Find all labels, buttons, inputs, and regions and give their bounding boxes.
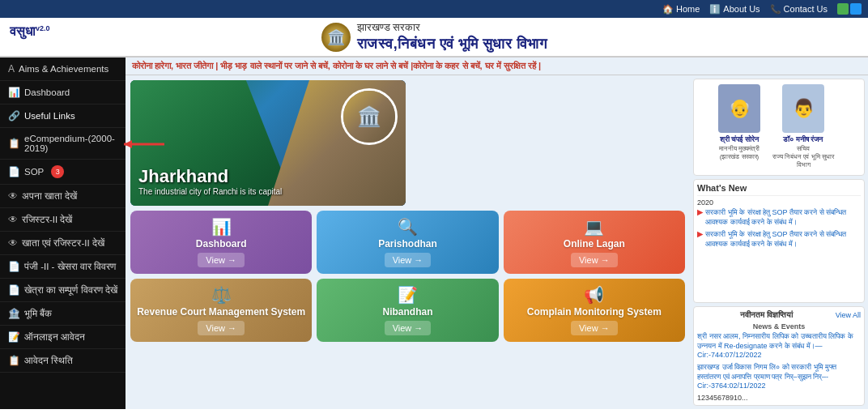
module-card-revenue[interactable]: ⚖️ Revenue Court Management System View … bbox=[130, 279, 312, 342]
whats-new-section: What's New 2020 ▶ सरकारी भूमि के संरक्षा… bbox=[693, 179, 865, 303]
apna-khata-icon: 👁 bbox=[8, 190, 18, 202]
sidebar-item-online-avedan[interactable]: 📝 ऑनलाइन आवेदन bbox=[0, 326, 126, 349]
parishodhan-card-title: Parishodhan bbox=[378, 238, 437, 250]
khata-icon: 👁 bbox=[8, 237, 18, 249]
announcement-bar: कोरोना हारेगा, भारत जीतेगा | भीड़ भाड़ व… bbox=[126, 58, 868, 75]
sidebar-item-sop[interactable]: 📄 SOP 3 bbox=[0, 160, 126, 185]
useful-links-icon: 🔗 bbox=[8, 110, 20, 122]
sidebar-item-register2[interactable]: 👁 रजिस्टर-II देखें bbox=[0, 208, 126, 232]
avedan-sthiti-icon: 📋 bbox=[8, 355, 20, 366]
dashboard-card-view[interactable]: View → bbox=[198, 253, 245, 267]
main-layout: A Aims & Achievements 📊 Dashboard 🔗 Usef… bbox=[0, 58, 868, 409]
sidebar-item-ecompendium[interactable]: 📋 eCompendium-(2000-2019) bbox=[0, 128, 126, 160]
right-panel: 👴 श्री चंपई सोरेन माननीय मुख्यमंत्री(झार… bbox=[690, 75, 868, 409]
slideshow: 🏛️ Jharkhand The industrial city of Ranc… bbox=[130, 80, 406, 206]
sec-photo: 👨 bbox=[782, 84, 824, 133]
news-item-0[interactable]: ▶ सरकारी भूमि के संरक्षा हेतु SOP तैयार … bbox=[697, 208, 861, 227]
sop-badge: 3 bbox=[51, 165, 64, 178]
sidebar-item-bhu-bank[interactable]: 🏦 भूमि बैंक bbox=[0, 302, 126, 326]
ne-phone: 12345678910... bbox=[697, 394, 861, 402]
left-content: 🏛️ Jharkhand The industrial city of Ranc… bbox=[126, 75, 690, 409]
news-events-title: नवीनतम विज्ञप्तियां bbox=[697, 310, 836, 320]
officials-section: 👴 श्री चंपई सोरेन माननीय मुख्यमंत्री(झार… bbox=[693, 79, 865, 176]
about-icon: ℹ️ bbox=[709, 4, 721, 15]
dashboard-icon: 📊 bbox=[8, 87, 20, 98]
panji-icon: 📄 bbox=[8, 261, 20, 272]
sidebar-item-khetra[interactable]: 📄 खेत्रा का सम्पूर्ण विवरण देखें bbox=[0, 279, 126, 302]
dashboard-card-icon: 📊 bbox=[211, 217, 232, 237]
complain-card-view[interactable]: View → bbox=[571, 321, 618, 335]
sidebar-item-useful-links[interactable]: 🔗 Useful Links bbox=[0, 104, 126, 128]
module-card-nibandhan[interactable]: 📝 Nibandhan View → bbox=[317, 279, 498, 342]
module-card-parishodhan[interactable]: 🔍 Parishodhan View → bbox=[317, 211, 498, 274]
register2-icon: 👁 bbox=[8, 214, 18, 225]
top-nav: 🏠 Home ℹ️ About Us 📞 Contact Us bbox=[0, 0, 868, 18]
ecompendium-icon: 📋 bbox=[8, 138, 20, 149]
complain-card-icon: 📢 bbox=[584, 285, 604, 305]
revenue-card-title: Revenue Court Management System bbox=[137, 306, 305, 318]
khetra-icon: 📄 bbox=[8, 284, 20, 296]
news-events-section: नवीनतम विज्ञप्तियां View All News & Even… bbox=[693, 306, 865, 406]
sidebar-item-avedan-sthiti[interactable]: 📋 आवेदन स्थिति bbox=[0, 349, 126, 373]
slideshow-bg: 🏛️ Jharkhand The industrial city of Ranc… bbox=[130, 80, 406, 206]
view-all-link[interactable]: View All bbox=[836, 311, 861, 319]
whats-new-year: 2020 bbox=[697, 198, 861, 207]
header: वसुधाv2.0 🏛️ झारखण्ड सरकार राजस्व,निबंधन… bbox=[0, 18, 868, 58]
official-secretary: 👨 डॉ० मनीष रंजन सचिवराज्य निबंधन एवं भूम… bbox=[767, 84, 840, 170]
sop-icon: 📄 bbox=[8, 166, 20, 177]
news-bullet-0: ▶ bbox=[697, 208, 703, 227]
official-cm: 👴 श्री चंपई सोरेन माननीय मुख्यमंत्री(झार… bbox=[718, 84, 760, 170]
gov-name-hindi: झारखण्ड सरकार bbox=[357, 21, 547, 34]
parishodhan-card-view[interactable]: View → bbox=[385, 253, 432, 267]
sidebar-item-apna-khata[interactable]: 👁 अपना खाता देखें bbox=[0, 185, 126, 208]
aims-icon: A bbox=[8, 63, 15, 75]
gov-logo: 🏛️ bbox=[321, 23, 351, 52]
nibandhan-card-icon: 📝 bbox=[398, 285, 418, 305]
module-card-complain[interactable]: 📢 Complain Monitoring System View → bbox=[504, 279, 685, 342]
slideshow-text: Jharkhand The industrial city of Ranchi … bbox=[138, 166, 282, 196]
bhu-bank-icon: 🏦 bbox=[8, 308, 20, 319]
about-nav[interactable]: ℹ️ About Us bbox=[709, 4, 760, 15]
sidebar-item-dashboard[interactable]: 📊 Dashboard bbox=[0, 81, 126, 104]
cm-photo: 👴 bbox=[718, 84, 760, 133]
online-lagan-card-icon: 💻 bbox=[584, 217, 604, 237]
revenue-card-icon: ⚖️ bbox=[211, 285, 232, 305]
cm-name: श्री चंपई सोरेन bbox=[718, 135, 760, 145]
cm-title: माननीय मुख्यमंत्री(झारखंड सरकार) bbox=[718, 145, 760, 162]
news-item-1[interactable]: ▶ सरकारी भूमि के संरक्षा हेतु SOP तैयार … bbox=[697, 230, 861, 249]
nibandhan-card-view[interactable]: View → bbox=[385, 321, 432, 335]
dashboard-card-title: Dashboard bbox=[196, 238, 247, 250]
sidebar-item-khata-register[interactable]: 👁 खाता एवं रजिस्टर-II देखें bbox=[0, 232, 126, 255]
module-card-online-lagan[interactable]: 💻 Online Lagan View → bbox=[504, 211, 685, 274]
circle-overlay: 🏛️ bbox=[341, 88, 398, 145]
parishodhan-card-icon: 🔍 bbox=[398, 217, 418, 237]
complain-card-title: Complain Monitoring System bbox=[527, 306, 662, 318]
extra-tools bbox=[837, 3, 862, 15]
ne-item-0[interactable]: श्री नसर आलम, निम्नसारीय लिपिक को उच्चता… bbox=[697, 332, 861, 360]
nibandhan-card-title: Nibandhan bbox=[382, 306, 432, 318]
contact-nav[interactable]: 📞 Contact Us bbox=[770, 4, 828, 15]
sec-name: डॉ० मनीष रंजन bbox=[767, 135, 840, 145]
news-events-header: नवीनतम विज्ञप्तियां View All bbox=[697, 310, 861, 320]
vasudha-logo: वसुधाv2.0 bbox=[10, 24, 50, 39]
sec-title: सचिवराज्य निबंधन एवं भूमि सुधार विभाग bbox=[767, 145, 840, 170]
sidebar-item-panji[interactable]: 📄 पंजी -II - खेसरा वार विवरण bbox=[0, 255, 126, 279]
revenue-card-view[interactable]: View → bbox=[198, 321, 245, 335]
module-grid: 📊 Dashboard View → 🔍 Parishodhan View → … bbox=[130, 211, 685, 342]
contact-icon: 📞 bbox=[770, 4, 781, 15]
online-lagan-card-view[interactable]: View → bbox=[571, 253, 618, 267]
ne-subtitle: News & Events bbox=[697, 322, 861, 331]
module-card-dashboard[interactable]: 📊 Dashboard View → bbox=[130, 211, 312, 274]
home-nav[interactable]: 🏠 Home bbox=[662, 4, 700, 15]
online-avedan-icon: 📝 bbox=[8, 331, 20, 343]
news-bullet-1: ▶ bbox=[697, 230, 703, 249]
whats-new-title: What's New bbox=[697, 183, 861, 196]
ne-item-1[interactable]: झारखण्ड उर्जा विकास निगम लि० को सरकारी भ… bbox=[697, 363, 861, 391]
online-lagan-card-title: Online Lagan bbox=[564, 238, 625, 250]
home-icon: 🏠 bbox=[662, 4, 674, 15]
content-area: कोरोना हारेगा, भारत जीतेगा | भीड़ भाड़ व… bbox=[126, 58, 868, 409]
dept-title: राजस्व,निबंधन एवं भूमि सुधार विभाग bbox=[357, 36, 547, 53]
sidebar: A Aims & Achievements 📊 Dashboard 🔗 Usef… bbox=[0, 58, 126, 409]
sidebar-item-aims[interactable]: A Aims & Achievements bbox=[0, 58, 126, 81]
announcement-text: कोरोना हारेगा, भारत जीतेगा | भीड़ भाड़ व… bbox=[132, 61, 541, 70]
